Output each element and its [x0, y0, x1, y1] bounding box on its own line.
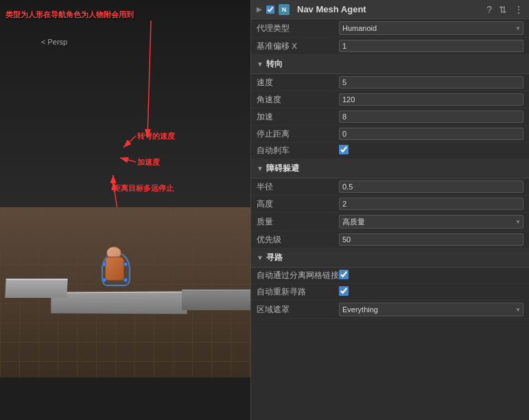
height-label: 高度 [257, 199, 339, 209]
radius-input[interactable] [339, 180, 524, 193]
base-offset-label: 基准偏移 X [257, 41, 339, 51]
base-offset-row: 基准偏移 X [251, 38, 529, 55]
speed-input[interactable] [339, 76, 524, 89]
quality-label: 质量 [257, 217, 339, 227]
speed-row: 速度 [251, 74, 529, 91]
agent-type-row: 代理类型 Humanoid Custom ▼ [251, 19, 529, 38]
obstacle-section-header[interactable]: ▼ 障碍躲避 [251, 159, 529, 178]
nav-mesh-icon: N [279, 4, 290, 15]
steering-section-title: 转向 [266, 58, 283, 70]
auto-repath-row: 自动重新寻路 [251, 284, 529, 301]
auto-traverse-row: 自动通过分离网格链接 [251, 268, 529, 284]
viewport: 类型为人形在导航角色为人物附会用到 转弯的速度 加速度 距离目标多远停止 到达时… [0, 0, 250, 420]
speed-label: 速度 [257, 78, 339, 88]
pathfinding-arrow-icon: ▼ [257, 254, 263, 261]
inspector-header: ▶ N Nav Mesh Agent ? ⇅ ⋮ [251, 0, 529, 19]
steering-arrow-icon: ▼ [257, 60, 263, 68]
pathfinding-section-title: 寻路 [266, 252, 283, 264]
height-row: 高度 [251, 196, 529, 213]
base-offset-value [339, 40, 524, 52]
agent [99, 248, 130, 286]
auto-traverse-checkbox[interactable] [339, 270, 349, 279]
agent-dot-br [124, 278, 128, 282]
obstacle-section-title: 障碍躲避 [266, 163, 299, 174]
priority-label: 优先级 [257, 235, 339, 245]
stopping-distance-label: 停止距离 [257, 129, 339, 139]
agent-body [105, 257, 124, 281]
top-annotation: 类型为人形在导航角色为人物附会用到 [5, 10, 134, 20]
agent-dot-tl [102, 262, 106, 266]
acceleration-row: 加速 [251, 108, 529, 126]
priority-row: 优先级 [251, 231, 529, 248]
auto-traverse-label: 自动通过分离网格链接 [257, 270, 339, 281]
persp-label: < Persp [41, 38, 67, 46]
pathfinding-section-header[interactable]: ▼ 寻路 [251, 248, 529, 268]
agent-type-label: 代理类型 [257, 23, 339, 34]
angular-speed-row: 角速度 [251, 91, 529, 108]
quality-dropdown[interactable]: 高质量 中质量 低质量 无 [339, 215, 524, 229]
stopping-distance-input[interactable] [339, 128, 524, 140]
auto-brake-checkbox[interactable] [339, 145, 349, 154]
agent-type-dropdown-wrapper: Humanoid Custom ▼ [339, 21, 524, 35]
area-mask-dropdown-wrapper: Everything Nothing Walkable Not Walkable… [339, 303, 524, 316]
acceleration-input[interactable] [339, 110, 524, 123]
angular-speed-input[interactable] [339, 93, 524, 106]
priority-input[interactable] [339, 233, 524, 246]
collapse-arrow-icon[interactable]: ▶ [257, 5, 262, 13]
header-icons: ? ⇅ ⋮ [486, 4, 524, 15]
steering-section-header[interactable]: ▼ 转向 [251, 55, 529, 74]
area-mask-row: 区域遮罩 Everything Nothing Walkable Not Wal… [251, 301, 529, 319]
auto-brake-row: 自动刹车 [251, 143, 529, 159]
area-mask-label: 区域遮罩 [257, 305, 339, 315]
component-title: Nav Mesh Agent [297, 4, 482, 14]
component-enabled-checkbox[interactable] [266, 5, 274, 14]
stopping-distance-row: 停止距离 [251, 126, 529, 143]
more-options-icon[interactable]: ⋮ [514, 4, 524, 15]
quality-row: 质量 高质量 中质量 低质量 无 ▼ [251, 213, 529, 231]
help-icon[interactable]: ? [486, 4, 492, 15]
obstacle-arrow-icon: ▼ [257, 165, 263, 172]
quality-dropdown-wrapper: 高质量 中质量 低质量 无 ▼ [339, 215, 524, 229]
inspector-body: 代理类型 Humanoid Custom ▼ 基准偏移 X ▼ 转向 速度 [251, 19, 529, 420]
acceleration-label: 加速 [257, 112, 339, 122]
settings-icon[interactable]: ⇅ [499, 4, 507, 15]
area-mask-dropdown[interactable]: Everything Nothing Walkable Not Walkable [339, 303, 524, 316]
height-input[interactable] [339, 198, 524, 210]
radius-label: 半径 [257, 182, 339, 192]
agent-dot-bl [102, 278, 106, 282]
auto-brake-label: 自动刹车 [257, 145, 339, 156]
auto-repath-label: 自动重新寻路 [257, 287, 339, 297]
auto-repath-checkbox[interactable] [339, 286, 349, 296]
angular-speed-label: 角速度 [257, 95, 339, 105]
agent-dot-tr [124, 262, 128, 266]
radius-row: 半径 [251, 178, 529, 196]
inspector-panel: ▶ N Nav Mesh Agent ? ⇅ ⋮ 代理类型 Humanoid C… [250, 0, 529, 420]
base-offset-input[interactable] [339, 40, 524, 52]
agent-type-dropdown[interactable]: Humanoid Custom [339, 21, 524, 35]
